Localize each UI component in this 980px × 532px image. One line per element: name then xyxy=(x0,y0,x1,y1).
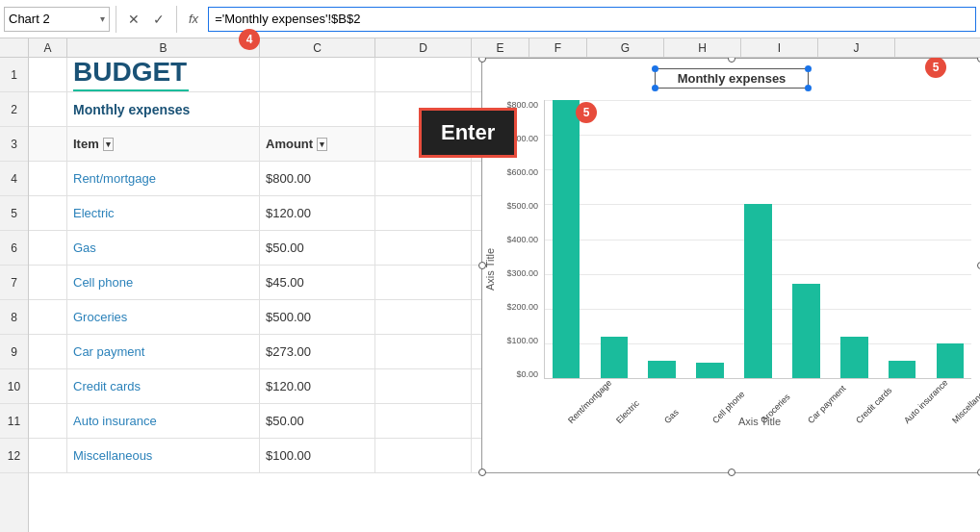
row-num-3: 3 xyxy=(0,127,28,162)
formula-bar: Chart 2 ▾ ✕ ✓ fx ='Monthly expenses'!$B$… xyxy=(0,0,980,38)
col-header-j: J xyxy=(818,38,895,57)
row-num-6: 6 xyxy=(0,231,28,266)
x-axis-title: Axis Title xyxy=(738,416,781,427)
col-header-e: E xyxy=(472,38,529,57)
row-num-12: 12 xyxy=(0,439,28,473)
cell-a4[interactable] xyxy=(29,162,67,195)
col-header-b: B xyxy=(67,38,260,57)
resize-handle-tl[interactable] xyxy=(478,58,486,63)
item-dropdown[interactable]: ▾ xyxy=(103,138,114,151)
row-num-9: 9 xyxy=(0,335,28,369)
bar-miscellaneous: Miscellaneous xyxy=(929,100,971,378)
chart-container[interactable]: Monthly expenses 5 $800.00 $700.00 xyxy=(481,58,980,473)
resize-handle-tm[interactable] xyxy=(728,58,735,63)
bar-cellphone: Cell phone xyxy=(689,100,732,378)
cell-c4[interactable]: $800.00 xyxy=(260,162,375,195)
row-num-2: 2 xyxy=(0,92,28,127)
chart-title[interactable]: Monthly expenses xyxy=(655,68,809,89)
step4-badge: 4 xyxy=(239,29,260,50)
bar-carpayment: Car payment xyxy=(785,100,827,378)
cell-b2[interactable]: Monthly expenses xyxy=(67,92,260,126)
col-header-c: C xyxy=(260,38,375,57)
row-num-4: 4 xyxy=(0,162,28,196)
cell-a2[interactable] xyxy=(29,92,67,126)
enter-button[interactable]: Enter xyxy=(419,108,517,158)
name-box[interactable]: Chart 2 ▾ xyxy=(4,7,110,32)
cell-c1[interactable] xyxy=(260,58,375,91)
col-header-f: F xyxy=(529,38,587,57)
row-num-11: 11 xyxy=(0,404,28,439)
formula-divider2 xyxy=(176,6,177,33)
col-header-d: D xyxy=(375,38,472,57)
spreadsheet: 1 2 3 4 5 6 7 8 9 10 11 12 BUDGET xyxy=(0,58,980,532)
row-num-1: 1 xyxy=(0,58,28,92)
bar-groceries: Groceries xyxy=(737,100,780,378)
step5-chart-badge: 5 xyxy=(925,58,946,78)
cell-c2[interactable] xyxy=(260,92,375,126)
confirm-icon[interactable]: ✓ xyxy=(147,8,170,31)
budget-underline xyxy=(73,89,189,91)
step5-formula-badge: 5 xyxy=(576,102,597,123)
cell-a3[interactable] xyxy=(29,127,67,161)
y-axis-title: Axis Title xyxy=(484,248,496,291)
row-num-7: 7 xyxy=(0,266,28,300)
cancel-icon[interactable]: ✕ xyxy=(122,8,145,31)
row-numbers: 1 2 3 4 5 6 7 8 9 10 11 12 xyxy=(0,58,29,532)
bar-electric: Electric xyxy=(593,100,635,378)
resize-handle-bm[interactable] xyxy=(728,469,735,476)
row-num-10: 10 xyxy=(0,369,28,404)
amount-dropdown[interactable]: ▾ xyxy=(317,138,327,151)
bar-autoinsurance: Auto insurance xyxy=(881,100,923,378)
cell-c3[interactable]: Amount ▾ xyxy=(260,127,375,161)
cell-d1[interactable] xyxy=(375,58,472,91)
bar-creditcards: Credit cards xyxy=(833,100,875,378)
fx-icon: fx xyxy=(183,12,204,26)
name-box-text: Chart 2 xyxy=(9,12,96,26)
bar-rent: Rent/mortgage xyxy=(545,100,587,378)
grid-content: BUDGET Monthly expenses xyxy=(29,58,980,532)
row-num-8: 8 xyxy=(0,300,28,335)
col-header-a: A xyxy=(29,38,67,57)
resize-handle-bl[interactable] xyxy=(478,469,486,476)
formula-divider xyxy=(116,6,116,33)
row-num-5: 5 xyxy=(0,196,28,231)
col-header-h: H xyxy=(664,38,741,57)
name-box-dropdown-arrow[interactable]: ▾ xyxy=(100,13,105,24)
formula-input[interactable]: ='Monthly expenses'!$B$2 xyxy=(208,7,976,32)
cell-b4[interactable]: Rent/mortgage xyxy=(67,162,260,195)
budget-title: BUDGET xyxy=(73,58,189,91)
cell-b3[interactable]: Item ▾ xyxy=(67,127,260,161)
col-header-g: G xyxy=(587,38,664,57)
col-header-i: I xyxy=(741,38,818,57)
bar-gas: Gas xyxy=(641,100,683,378)
cell-b1[interactable]: BUDGET xyxy=(67,58,260,91)
formula-text: ='Monthly expenses'!$B$2 xyxy=(215,12,360,26)
cell-a1[interactable] xyxy=(29,58,67,91)
formula-icons: ✕ ✓ xyxy=(122,8,170,31)
